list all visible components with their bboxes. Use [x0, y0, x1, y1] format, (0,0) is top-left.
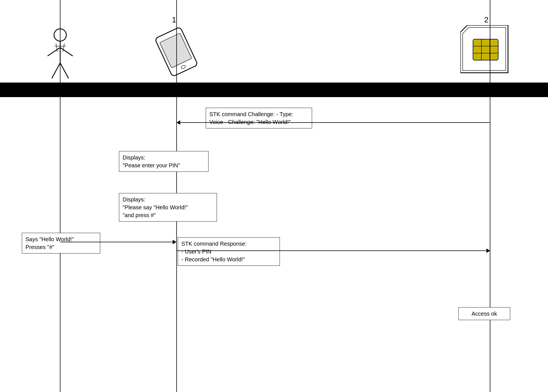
svg-line-4: [52, 63, 60, 78]
lifeline-sim: [490, 0, 490, 392]
stk-response-text: STK command Response:- User's PIN- Recor…: [181, 241, 247, 262]
says-hello-box: Says "Hello World!"Presses "#": [22, 233, 100, 253]
lifeline-user: [60, 0, 60, 392]
displays-pin-text: Displays:"Pease enter your PIN": [123, 154, 180, 168]
timeline-bar: [0, 83, 548, 97]
svg-line-5: [60, 63, 69, 78]
stk-challenge-text: STK command Challenge: - Type: Voice - C…: [209, 111, 293, 125]
arrow-challenge: [177, 122, 490, 123]
arrow-response: [177, 250, 490, 251]
svg-rect-14: [473, 39, 498, 60]
displays-hello-box: Displays:"Please say "Hello World!""and …: [119, 193, 217, 222]
svg-line-3: [60, 48, 73, 56]
stk-response-box: STK command Response:- User's PIN- Recor…: [178, 237, 280, 266]
column-label-2: 2: [484, 15, 489, 24]
stk-challenge-box: STK command Challenge: - Type: Voice - C…: [206, 108, 312, 128]
displays-hello-text: Displays:"Please say "Hello World!""and …: [123, 196, 188, 218]
svg-line-2: [48, 48, 60, 56]
displays-pin-box: Displays:"Pease enter your PIN": [119, 151, 209, 172]
access-ok-box: Access ok: [458, 307, 510, 320]
actor-sim: [460, 25, 511, 79]
sequence-diagram: 1 2: [0, 0, 548, 392]
arrow-user-to-phone: [60, 242, 176, 242]
says-hello-text: Says "Hello World!"Presses "#": [25, 236, 74, 250]
access-ok-text: Access ok: [472, 311, 497, 317]
